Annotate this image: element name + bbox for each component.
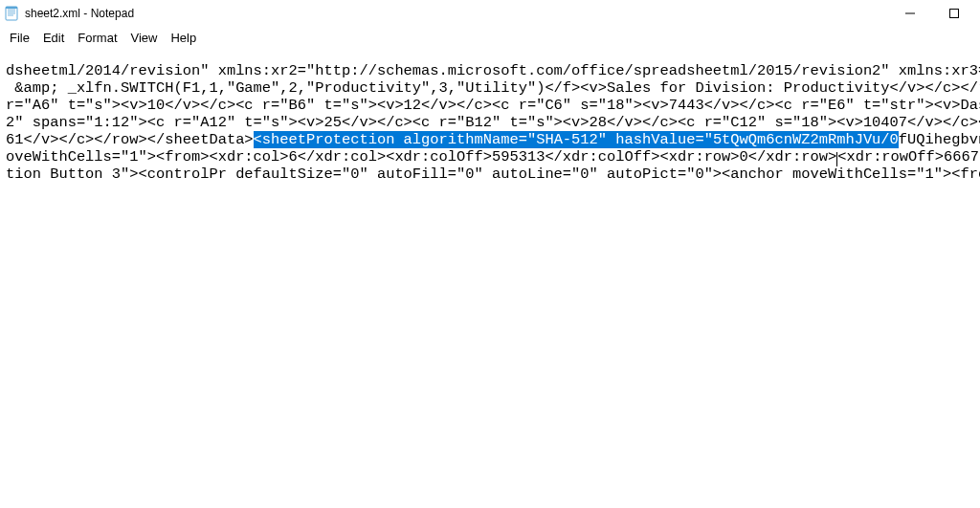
title-bar: sheet2.xml - Notepad: [0, 0, 980, 27]
menu-file[interactable]: File: [4, 29, 35, 47]
svg-rect-5: [6, 7, 17, 9]
text-line: oveWithCells="1"><from><xdr:col>6</xdr:c…: [6, 148, 836, 166]
svg-rect-7: [950, 10, 959, 18]
menu-view[interactable]: View: [125, 29, 164, 47]
menu-format[interactable]: Format: [72, 29, 122, 47]
maximize-button[interactable]: [932, 0, 976, 27]
menu-help[interactable]: Help: [165, 29, 202, 47]
text-line: <xdr:rowOff>66675</xdr:row: [837, 148, 980, 166]
text-line: r="A6" t="s"><v>10</v></c><c r="B6" t="s…: [6, 97, 980, 114]
text-line: &amp; _xlfn.SWITCH(F1,1,"Game",2,"Produc…: [6, 79, 980, 97]
window-controls: [888, 0, 976, 27]
text-caret: [836, 152, 837, 166]
minimize-button[interactable]: [888, 0, 932, 27]
text-line: fUQihegbvnRciujMaq7: [899, 131, 980, 148]
window-title: sheet2.xml - Notepad: [25, 7, 134, 20]
editor-content[interactable]: dsheetml/2014/revision" xmlns:xr2="http:…: [0, 51, 980, 187]
menu-edit[interactable]: Edit: [37, 29, 70, 47]
text-selection: <sheetProtection algorithmName="SHA-512"…: [254, 131, 899, 148]
menu-bar: File Edit Format View Help: [0, 27, 980, 51]
text-line: dsheetml/2014/revision" xmlns:xr2="http:…: [6, 62, 980, 79]
text-line: 2" spans="1:12"><c r="A12" t="s"><v>25</…: [6, 114, 980, 131]
notepad-icon: [4, 6, 19, 21]
text-line: tion Button 3"><controlPr defaultSize="0…: [6, 166, 980, 183]
title-left: sheet2.xml - Notepad: [4, 6, 134, 21]
text-line: 61</v></c></row></sheetData>: [6, 131, 254, 148]
